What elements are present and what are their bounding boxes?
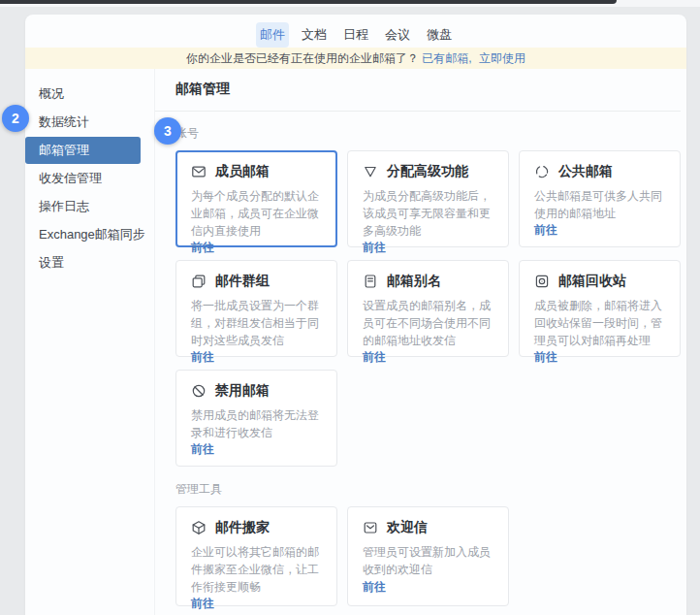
screen: 邮件 文档 日程 会议 微盘 你的企业是否已经有正在使用的企业邮箱了？ 已有邮箱… <box>0 0 700 615</box>
card-mail-migration[interactable]: 邮件搬家 企业可以将其它邮箱的邮件搬家至企业微信，让工作衔接更顺畅 前往 <box>175 506 337 606</box>
card-mail-group[interactable]: 邮件群组 将一批成员设置为一个群组，对群组发信相当于同时对这些成员发信 前往 <box>175 260 337 357</box>
card-title: 邮箱别名 <box>387 273 441 290</box>
tab-docs[interactable]: 文档 <box>298 22 331 48</box>
step-badge-3: 3 <box>154 117 181 145</box>
card-desc: 成员被删除，邮箱将进入回收站保留一段时间，管理员可以对邮箱再处理 <box>534 297 665 349</box>
sidebar-item-mailbox-management[interactable]: 邮箱管理 <box>25 137 141 164</box>
panel-body: 概况 数据统计 邮箱管理 收发信管理 操作日志 Exchange邮箱同步 设置 … <box>25 69 686 615</box>
card-title: 成员邮箱 <box>215 163 270 180</box>
card-title: 公共邮箱 <box>558 163 613 180</box>
go-link-mailbox-recycle[interactable]: 前往 <box>534 349 665 366</box>
tab-calendar[interactable]: 日程 <box>339 22 372 48</box>
sync-circle-icon <box>534 164 550 179</box>
go-link-mail-migration[interactable]: 前往 <box>191 596 322 612</box>
card-mailbox-recycle[interactable]: 邮箱回收站 成员被删除，邮箱将进入回收站保留一段时间，管理员可以对邮箱再处理 前… <box>519 260 681 357</box>
card-title-row: 禁用邮箱 <box>191 382 322 400</box>
title-divider <box>155 111 681 112</box>
window-dark-edge <box>0 0 617 4</box>
card-title-row: 邮箱别名 <box>363 273 493 290</box>
section-label-accounts: 账号 <box>175 125 681 142</box>
card-title-row: 邮件搬家 <box>191 519 322 536</box>
card-mailbox-alias[interactable]: 邮箱别名 设置成员的邮箱别名，成员可在不同场合使用不同的邮箱地址收发信 前往 <box>347 260 509 357</box>
card-title: 邮箱回收站 <box>558 273 626 290</box>
card-title-row: 欢迎信 <box>363 519 493 536</box>
card-desc: 管理员可设置新加入成员收到的欢迎信 <box>363 543 493 579</box>
tools-card-grid: 邮件搬家 企业可以将其它邮箱的邮件搬家至企业微信，让工作衔接更顺畅 前往 欢迎信 <box>175 506 681 606</box>
tab-drive[interactable]: 微盘 <box>423 22 456 48</box>
card-title-row: 邮箱回收站 <box>534 273 665 290</box>
card-desc: 为成员分配高级功能后，该成员可享无限容量和更多高级功能 <box>363 187 493 240</box>
card-title: 禁用邮箱 <box>215 382 270 400</box>
card-disabled-mailbox[interactable]: 禁用邮箱 禁用成员的邮箱将无法登录和进行收发信 前往 <box>175 370 337 467</box>
accounts-card-grid: 成员邮箱 为每个成员分配的默认企业邮箱，成员可在企业微信内直接使用 前往 分配高… <box>175 150 681 467</box>
envelope-frame-icon <box>363 520 378 535</box>
main-content: 邮箱管理 账号 成员邮箱 为每个成员分配的默认企业邮箱，成员可在企业微信内直接使… <box>155 69 686 615</box>
sidebar-item-exchange-sync[interactable]: Exchange邮箱同步 <box>25 221 141 248</box>
card-title: 邮件群组 <box>215 273 270 290</box>
card-advanced-features[interactable]: 分配高级功能 为成员分配高级功能后，该成员可享无限容量和更多高级功能 前往 <box>347 150 509 247</box>
section-label-tools: 管理工具 <box>175 481 681 498</box>
sidebar-item-settings[interactable]: 设置 <box>25 249 141 276</box>
card-title-row: 成员邮箱 <box>191 163 322 180</box>
funnel-icon <box>363 164 378 179</box>
notice-banner: 你的企业是否已经有正在使用的企业邮箱了？ 已有邮箱, 立即使用 <box>25 48 686 69</box>
card-desc: 将一批成员设置为一个群组，对群组发信相当于同时对这些成员发信 <box>191 297 322 349</box>
go-link-welcome-letter[interactable]: 前往 <box>363 579 493 596</box>
card-member-mailbox[interactable]: 成员邮箱 为每个成员分配的默认企业邮箱，成员可在企业微信内直接使用 前往 <box>175 150 337 247</box>
banner-text: 你的企业是否已经有正在使用的企业邮箱了？ <box>186 51 419 65</box>
card-desc: 设置成员的邮箱别名，成员可在不同场合使用不同的邮箱地址收发信 <box>363 297 493 349</box>
card-title: 分配高级功能 <box>387 163 468 180</box>
disc-in-square-icon <box>534 274 550 289</box>
admin-panel: 邮件 文档 日程 会议 微盘 你的企业是否已经有正在使用的企业邮箱了？ 已有邮箱… <box>25 15 686 615</box>
document-lines-icon <box>363 274 378 289</box>
card-title: 欢迎信 <box>387 519 428 536</box>
card-desc: 为每个成员分配的默认企业邮箱，成员可在企业微信内直接使用 <box>191 187 322 240</box>
prohibition-icon <box>191 383 207 399</box>
card-title: 邮件搬家 <box>215 519 270 536</box>
go-link-advanced-features[interactable]: 前往 <box>363 240 493 256</box>
go-link-mailbox-alias[interactable]: 前往 <box>363 349 493 366</box>
tab-mail[interactable]: 邮件 <box>256 22 289 48</box>
go-link-member-mailbox[interactable]: 前往 <box>191 240 322 256</box>
sidebar-item-operation-log[interactable]: 操作日志 <box>25 193 141 220</box>
card-title-row: 邮件群组 <box>191 273 322 290</box>
banner-link-existing[interactable]: 已有邮箱, <box>422 51 471 65</box>
sidebar-item-overview[interactable]: 概况 <box>25 81 141 108</box>
card-title-row: 公共邮箱 <box>534 163 665 180</box>
sidebar: 概况 数据统计 邮箱管理 收发信管理 操作日志 Exchange邮箱同步 设置 <box>25 69 155 615</box>
card-desc: 公共邮箱是可供多人共同使用的邮箱地址 <box>534 187 665 222</box>
card-title-row: 分配高级功能 <box>363 163 493 180</box>
page-title: 邮箱管理 <box>175 81 681 98</box>
top-nav: 邮件 文档 日程 会议 微盘 <box>25 15 686 46</box>
sidebar-item-statistics[interactable]: 数据统计 <box>25 109 141 136</box>
card-desc: 企业可以将其它邮箱的邮件搬家至企业微信，让工作衔接更顺畅 <box>191 543 322 596</box>
go-link-disabled-mailbox[interactable]: 前往 <box>191 441 322 458</box>
banner-link-use[interactable]: 立即使用 <box>479 51 525 65</box>
card-public-mailbox[interactable]: 公共邮箱 公共邮箱是可供多人共同使用的邮箱地址 前往 <box>519 150 681 247</box>
cube-box-icon <box>191 520 207 535</box>
envelope-icon <box>191 164 207 179</box>
overlap-squares-icon <box>191 274 207 289</box>
step-badge-2: 2 <box>2 105 29 132</box>
sidebar-item-send-receive[interactable]: 收发信管理 <box>25 165 141 192</box>
tab-meeting[interactable]: 会议 <box>381 22 414 48</box>
card-desc: 禁用成员的邮箱将无法登录和进行收发信 <box>191 406 322 441</box>
go-link-public-mailbox[interactable]: 前往 <box>534 222 665 239</box>
card-welcome-letter[interactable]: 欢迎信 管理员可设置新加入成员收到的欢迎信 前往 <box>347 506 509 606</box>
go-link-mail-group[interactable]: 前往 <box>191 349 322 366</box>
